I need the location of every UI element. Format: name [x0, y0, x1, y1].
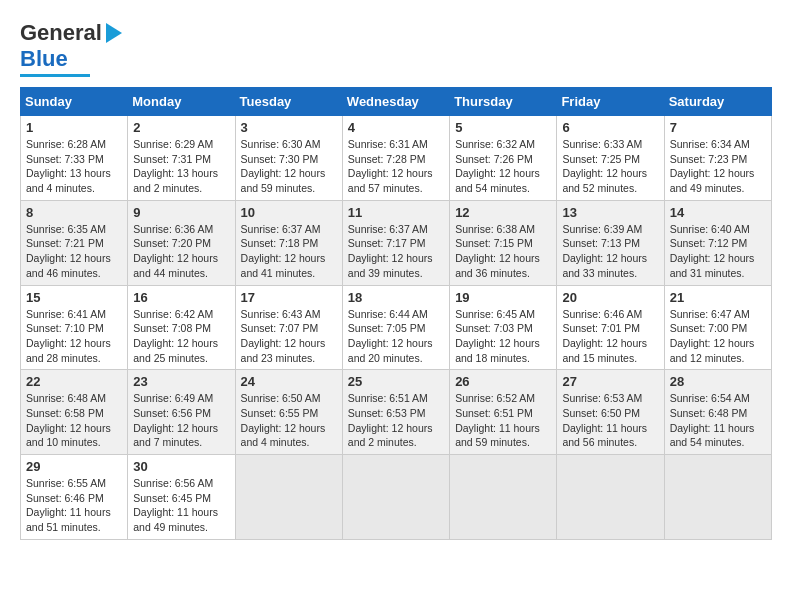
day-number: 16	[133, 290, 229, 305]
header-saturday: Saturday	[664, 88, 771, 116]
calendar-cell: 27Sunrise: 6:53 AM Sunset: 6:50 PM Dayli…	[557, 370, 664, 455]
day-info: Sunrise: 6:32 AM Sunset: 7:26 PM Dayligh…	[455, 137, 551, 196]
calendar-cell	[450, 455, 557, 540]
calendar-cell	[664, 455, 771, 540]
day-number: 11	[348, 205, 444, 220]
day-number: 14	[670, 205, 766, 220]
calendar-table: SundayMondayTuesdayWednesdayThursdayFrid…	[20, 87, 772, 540]
week-row-3: 15Sunrise: 6:41 AM Sunset: 7:10 PM Dayli…	[21, 285, 772, 370]
logo-arrow-icon	[106, 23, 122, 43]
day-info: Sunrise: 6:39 AM Sunset: 7:13 PM Dayligh…	[562, 222, 658, 281]
header-monday: Monday	[128, 88, 235, 116]
calendar-cell: 3Sunrise: 6:30 AM Sunset: 7:30 PM Daylig…	[235, 116, 342, 201]
logo-blue: Blue	[20, 46, 68, 72]
calendar-cell: 7Sunrise: 6:34 AM Sunset: 7:23 PM Daylig…	[664, 116, 771, 201]
calendar-cell: 30Sunrise: 6:56 AM Sunset: 6:45 PM Dayli…	[128, 455, 235, 540]
day-number: 19	[455, 290, 551, 305]
day-number: 15	[26, 290, 122, 305]
day-number: 17	[241, 290, 337, 305]
calendar-cell: 11Sunrise: 6:37 AM Sunset: 7:17 PM Dayli…	[342, 200, 449, 285]
calendar-cell: 26Sunrise: 6:52 AM Sunset: 6:51 PM Dayli…	[450, 370, 557, 455]
calendar-cell	[235, 455, 342, 540]
day-info: Sunrise: 6:48 AM Sunset: 6:58 PM Dayligh…	[26, 391, 122, 450]
calendar-cell: 15Sunrise: 6:41 AM Sunset: 7:10 PM Dayli…	[21, 285, 128, 370]
day-number: 13	[562, 205, 658, 220]
week-row-1: 1Sunrise: 6:28 AM Sunset: 7:33 PM Daylig…	[21, 116, 772, 201]
day-info: Sunrise: 6:37 AM Sunset: 7:17 PM Dayligh…	[348, 222, 444, 281]
day-info: Sunrise: 6:31 AM Sunset: 7:28 PM Dayligh…	[348, 137, 444, 196]
day-info: Sunrise: 6:42 AM Sunset: 7:08 PM Dayligh…	[133, 307, 229, 366]
day-number: 18	[348, 290, 444, 305]
calendar-cell: 29Sunrise: 6:55 AM Sunset: 6:46 PM Dayli…	[21, 455, 128, 540]
week-row-5: 29Sunrise: 6:55 AM Sunset: 6:46 PM Dayli…	[21, 455, 772, 540]
day-number: 28	[670, 374, 766, 389]
day-info: Sunrise: 6:51 AM Sunset: 6:53 PM Dayligh…	[348, 391, 444, 450]
day-info: Sunrise: 6:53 AM Sunset: 6:50 PM Dayligh…	[562, 391, 658, 450]
day-number: 2	[133, 120, 229, 135]
day-info: Sunrise: 6:35 AM Sunset: 7:21 PM Dayligh…	[26, 222, 122, 281]
calendar-cell: 20Sunrise: 6:46 AM Sunset: 7:01 PM Dayli…	[557, 285, 664, 370]
calendar-cell: 25Sunrise: 6:51 AM Sunset: 6:53 PM Dayli…	[342, 370, 449, 455]
day-number: 5	[455, 120, 551, 135]
calendar-cell: 5Sunrise: 6:32 AM Sunset: 7:26 PM Daylig…	[450, 116, 557, 201]
day-info: Sunrise: 6:40 AM Sunset: 7:12 PM Dayligh…	[670, 222, 766, 281]
day-info: Sunrise: 6:52 AM Sunset: 6:51 PM Dayligh…	[455, 391, 551, 450]
calendar-cell	[557, 455, 664, 540]
day-info: Sunrise: 6:49 AM Sunset: 6:56 PM Dayligh…	[133, 391, 229, 450]
day-number: 12	[455, 205, 551, 220]
day-info: Sunrise: 6:41 AM Sunset: 7:10 PM Dayligh…	[26, 307, 122, 366]
day-info: Sunrise: 6:33 AM Sunset: 7:25 PM Dayligh…	[562, 137, 658, 196]
header-wednesday: Wednesday	[342, 88, 449, 116]
calendar-cell: 12Sunrise: 6:38 AM Sunset: 7:15 PM Dayli…	[450, 200, 557, 285]
day-number: 27	[562, 374, 658, 389]
day-info: Sunrise: 6:43 AM Sunset: 7:07 PM Dayligh…	[241, 307, 337, 366]
calendar-cell: 14Sunrise: 6:40 AM Sunset: 7:12 PM Dayli…	[664, 200, 771, 285]
day-info: Sunrise: 6:55 AM Sunset: 6:46 PM Dayligh…	[26, 476, 122, 535]
calendar-cell: 9Sunrise: 6:36 AM Sunset: 7:20 PM Daylig…	[128, 200, 235, 285]
day-info: Sunrise: 6:34 AM Sunset: 7:23 PM Dayligh…	[670, 137, 766, 196]
calendar-cell: 18Sunrise: 6:44 AM Sunset: 7:05 PM Dayli…	[342, 285, 449, 370]
calendar-cell	[342, 455, 449, 540]
calendar-cell: 21Sunrise: 6:47 AM Sunset: 7:00 PM Dayli…	[664, 285, 771, 370]
day-info: Sunrise: 6:45 AM Sunset: 7:03 PM Dayligh…	[455, 307, 551, 366]
header-tuesday: Tuesday	[235, 88, 342, 116]
week-row-2: 8Sunrise: 6:35 AM Sunset: 7:21 PM Daylig…	[21, 200, 772, 285]
day-number: 3	[241, 120, 337, 135]
calendar-cell: 1Sunrise: 6:28 AM Sunset: 7:33 PM Daylig…	[21, 116, 128, 201]
day-number: 6	[562, 120, 658, 135]
calendar-cell: 19Sunrise: 6:45 AM Sunset: 7:03 PM Dayli…	[450, 285, 557, 370]
day-number: 1	[26, 120, 122, 135]
day-info: Sunrise: 6:30 AM Sunset: 7:30 PM Dayligh…	[241, 137, 337, 196]
day-info: Sunrise: 6:28 AM Sunset: 7:33 PM Dayligh…	[26, 137, 122, 196]
day-number: 23	[133, 374, 229, 389]
header-sunday: Sunday	[21, 88, 128, 116]
header-row: SundayMondayTuesdayWednesdayThursdayFrid…	[21, 88, 772, 116]
calendar-cell: 8Sunrise: 6:35 AM Sunset: 7:21 PM Daylig…	[21, 200, 128, 285]
day-info: Sunrise: 6:56 AM Sunset: 6:45 PM Dayligh…	[133, 476, 229, 535]
logo-general: General	[20, 20, 102, 46]
day-info: Sunrise: 6:50 AM Sunset: 6:55 PM Dayligh…	[241, 391, 337, 450]
day-number: 25	[348, 374, 444, 389]
day-number: 21	[670, 290, 766, 305]
header-friday: Friday	[557, 88, 664, 116]
day-number: 24	[241, 374, 337, 389]
calendar-cell: 17Sunrise: 6:43 AM Sunset: 7:07 PM Dayli…	[235, 285, 342, 370]
week-row-4: 22Sunrise: 6:48 AM Sunset: 6:58 PM Dayli…	[21, 370, 772, 455]
day-number: 9	[133, 205, 229, 220]
day-info: Sunrise: 6:44 AM Sunset: 7:05 PM Dayligh…	[348, 307, 444, 366]
logo-underline	[20, 74, 90, 77]
day-number: 8	[26, 205, 122, 220]
calendar-cell: 22Sunrise: 6:48 AM Sunset: 6:58 PM Dayli…	[21, 370, 128, 455]
page-header: General Blue	[20, 20, 772, 77]
day-info: Sunrise: 6:38 AM Sunset: 7:15 PM Dayligh…	[455, 222, 551, 281]
calendar-cell: 10Sunrise: 6:37 AM Sunset: 7:18 PM Dayli…	[235, 200, 342, 285]
day-number: 20	[562, 290, 658, 305]
day-number: 29	[26, 459, 122, 474]
day-info: Sunrise: 6:37 AM Sunset: 7:18 PM Dayligh…	[241, 222, 337, 281]
calendar-cell: 2Sunrise: 6:29 AM Sunset: 7:31 PM Daylig…	[128, 116, 235, 201]
calendar-cell: 13Sunrise: 6:39 AM Sunset: 7:13 PM Dayli…	[557, 200, 664, 285]
calendar-cell: 24Sunrise: 6:50 AM Sunset: 6:55 PM Dayli…	[235, 370, 342, 455]
day-number: 4	[348, 120, 444, 135]
day-info: Sunrise: 6:29 AM Sunset: 7:31 PM Dayligh…	[133, 137, 229, 196]
day-number: 10	[241, 205, 337, 220]
